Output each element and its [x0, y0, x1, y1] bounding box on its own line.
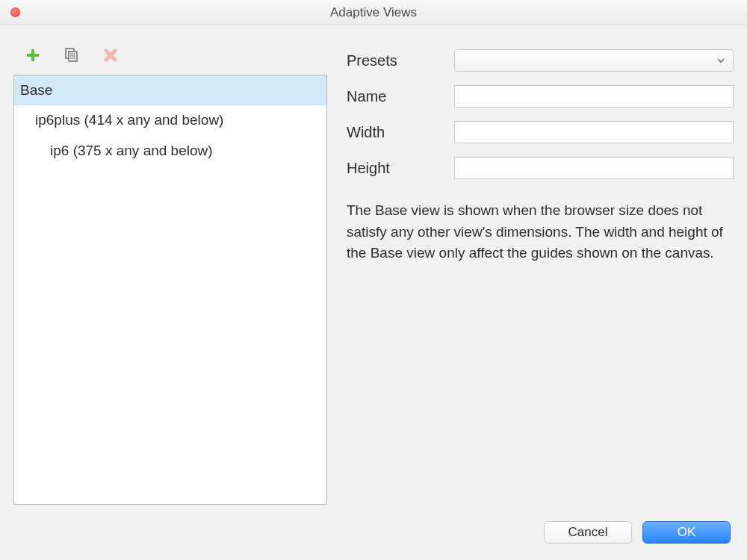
width-input[interactable]	[454, 121, 734, 143]
plus-icon	[25, 48, 40, 63]
views-toolbar	[13, 42, 327, 75]
titlebar: Adaptive Views	[0, 0, 747, 25]
add-view-button[interactable]	[24, 46, 42, 64]
dialog-footer: Cancel OK	[0, 515, 747, 560]
presets-label: Presets	[347, 52, 444, 69]
svg-rect-1	[27, 54, 39, 57]
cancel-button-label: Cancel	[568, 525, 608, 540]
views-list[interactable]: Base ip6plus (414 x any and below) ip6 (…	[13, 75, 327, 505]
chevron-down-icon	[716, 56, 725, 65]
dialog-content: Base ip6plus (414 x any and below) ip6 (…	[0, 25, 747, 515]
view-item-label: ip6plus (414 x any and below)	[35, 112, 223, 128]
width-label: Width	[347, 124, 444, 141]
view-item-label: ip6 (375 x any and below)	[50, 143, 213, 158]
view-item-ip6[interactable]: ip6 (375 x any and below)	[14, 136, 326, 166]
width-row: Width	[347, 121, 734, 143]
views-panel: Base ip6plus (414 x any and below) ip6 (…	[13, 42, 327, 505]
window-title: Adaptive Views	[0, 5, 747, 20]
height-row: Height	[347, 157, 734, 179]
view-item-ip6plus[interactable]: ip6plus (414 x any and below)	[14, 105, 326, 135]
presets-row: Presets	[347, 49, 734, 72]
close-window-button[interactable]	[10, 7, 20, 17]
x-icon	[103, 48, 118, 63]
cancel-button[interactable]: Cancel	[544, 521, 632, 544]
name-label: Name	[347, 88, 444, 105]
ok-button-label: OK	[678, 525, 696, 540]
ok-button[interactable]: OK	[642, 521, 731, 544]
properties-panel: Presets Name Width Height The Base view …	[347, 42, 734, 505]
delete-view-button[interactable]	[102, 46, 120, 64]
name-row: Name	[347, 85, 734, 108]
name-input[interactable]	[454, 85, 734, 108]
view-item-label: Base	[20, 82, 52, 98]
duplicate-view-button[interactable]	[63, 46, 81, 64]
height-label: Height	[347, 160, 444, 177]
base-view-description: The Base view is shown when the browser …	[347, 200, 734, 264]
view-item-base[interactable]: Base	[14, 75, 326, 105]
height-input[interactable]	[454, 157, 734, 179]
copy-icon	[63, 47, 80, 63]
presets-select[interactable]	[454, 49, 734, 72]
